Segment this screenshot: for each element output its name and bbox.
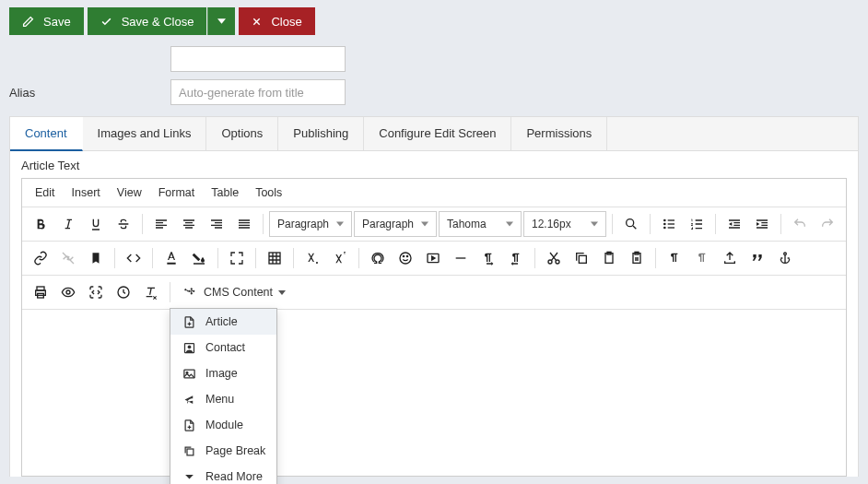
underline-button[interactable] xyxy=(83,211,109,237)
svg-point-16 xyxy=(784,253,787,255)
anchor-button[interactable] xyxy=(772,245,798,271)
background-color-button[interactable] xyxy=(186,245,212,271)
joomla-icon xyxy=(183,285,198,300)
file-plus-icon xyxy=(182,418,196,432)
menu-format[interactable]: Format xyxy=(151,183,203,203)
close-button[interactable]: Close xyxy=(239,7,314,35)
rich-text-editor: Edit Insert View Format Table Tools Para… xyxy=(21,178,847,477)
block-format-select-1[interactable]: Paragraph xyxy=(269,211,352,237)
subscript-button[interactable] xyxy=(299,245,325,271)
align-right-button[interactable] xyxy=(204,211,229,237)
table-button[interactable] xyxy=(262,245,287,271)
show-invisible-button[interactable] xyxy=(689,245,715,271)
edit-icon xyxy=(22,16,34,28)
alias-row: Alias xyxy=(0,76,868,109)
save-close-dropdown-button[interactable] xyxy=(207,7,235,35)
tab-publishing[interactable]: Publishing xyxy=(278,117,364,150)
svg-point-6 xyxy=(403,255,404,256)
media-button[interactable] xyxy=(420,245,446,271)
svg-rect-11 xyxy=(579,255,586,263)
cms-content-dropdown: Article Contact Image Menu Module xyxy=(170,308,277,484)
copy-button[interactable] xyxy=(569,245,594,271)
ltr-button[interactable] xyxy=(475,245,501,271)
block-format-select-2[interactable]: Paragraph xyxy=(354,211,437,237)
code-sample-button[interactable] xyxy=(83,279,109,305)
save-close-button[interactable]: Save & Close xyxy=(88,7,207,35)
outdent-button[interactable] xyxy=(721,211,747,237)
link-button[interactable] xyxy=(28,245,53,271)
paste-button[interactable] xyxy=(596,245,622,271)
clear-format-button[interactable] xyxy=(138,279,164,305)
cms-item-module[interactable]: Module xyxy=(170,412,276,438)
menu-view[interactable]: View xyxy=(110,183,149,203)
datetime-button[interactable] xyxy=(111,279,136,305)
close-label: Close xyxy=(271,15,301,29)
menu-edit[interactable]: Edit xyxy=(28,183,63,203)
image-icon xyxy=(182,366,196,381)
bullet-list-button[interactable] xyxy=(656,211,682,237)
cut-button[interactable] xyxy=(541,245,567,271)
action-toolbar: Save Save & Close Close xyxy=(0,0,868,42)
cms-content-label: CMS Content xyxy=(204,286,273,299)
cms-content-button[interactable]: CMS Content xyxy=(176,281,293,303)
editor-content-area[interactable]: Article Contact Image Menu Module xyxy=(22,310,846,476)
menu-insert[interactable]: Insert xyxy=(65,183,108,203)
rtl-button[interactable] xyxy=(503,245,529,271)
align-center-button[interactable] xyxy=(176,211,202,237)
font-size-select[interactable]: 12.16px xyxy=(523,211,606,237)
undo-button[interactable] xyxy=(787,211,813,237)
text-color-button[interactable] xyxy=(158,245,184,271)
fullscreen-button[interactable] xyxy=(224,245,250,271)
unlink-button[interactable] xyxy=(55,245,81,271)
title-input[interactable] xyxy=(170,46,346,72)
special-char-button[interactable] xyxy=(365,245,391,271)
menu-table[interactable]: Table xyxy=(204,183,246,203)
cms-item-contact[interactable]: Contact xyxy=(170,335,276,360)
svg-point-2 xyxy=(663,223,666,226)
main-panel: Content Images and Links Options Publish… xyxy=(9,116,859,477)
superscript-button[interactable] xyxy=(327,245,353,271)
title-row xyxy=(0,42,868,76)
paste-text-button[interactable] xyxy=(624,245,650,271)
align-left-button[interactable] xyxy=(148,211,174,237)
tab-images-links[interactable]: Images and Links xyxy=(83,117,207,150)
bookmark-button[interactable] xyxy=(83,245,109,271)
cms-item-read-more[interactable]: Read More xyxy=(170,464,276,484)
align-justify-button[interactable] xyxy=(231,211,257,237)
svg-point-3 xyxy=(663,227,666,230)
indent-button[interactable] xyxy=(749,211,775,237)
editor-toolbar-row-1: Paragraph Paragraph Tahoma 12.16px xyxy=(22,207,846,242)
tab-configure[interactable]: Configure Edit Screen xyxy=(364,117,511,150)
svg-point-5 xyxy=(400,253,411,264)
cms-item-article[interactable]: Article xyxy=(170,309,276,335)
alias-input[interactable] xyxy=(170,79,346,105)
cms-item-menu[interactable]: Menu xyxy=(170,386,276,412)
italic-button[interactable] xyxy=(55,211,81,237)
menu-tools[interactable]: Tools xyxy=(248,183,289,203)
show-blocks-button[interactable] xyxy=(662,245,687,271)
emoji-button[interactable] xyxy=(393,245,418,271)
save-button[interactable]: Save xyxy=(9,7,84,35)
svg-rect-4 xyxy=(269,253,280,264)
font-family-select[interactable]: Tahoma xyxy=(439,211,522,237)
bold-button[interactable] xyxy=(28,211,53,237)
cms-item-image[interactable]: Image xyxy=(170,360,276,386)
tab-options[interactable]: Options xyxy=(206,117,278,150)
search-button[interactable] xyxy=(618,211,644,237)
horizontal-rule-button[interactable] xyxy=(448,245,474,271)
save-close-label: Save & Close xyxy=(122,15,194,29)
blockquote-button[interactable] xyxy=(745,245,770,271)
numbered-list-button[interactable] xyxy=(684,211,710,237)
source-code-button[interactable] xyxy=(121,245,147,271)
upload-button[interactable] xyxy=(717,245,743,271)
tab-content[interactable]: Content xyxy=(10,117,83,151)
tab-permissions[interactable]: Permissions xyxy=(511,117,607,150)
svg-point-0 xyxy=(627,219,634,227)
cms-item-page-break[interactable]: Page Break xyxy=(170,438,276,464)
strikethrough-button[interactable] xyxy=(111,211,136,237)
caret-down-icon xyxy=(278,290,286,295)
preview-button[interactable] xyxy=(55,279,81,305)
print-button[interactable] xyxy=(28,279,53,305)
caret-down-icon xyxy=(217,18,226,24)
redo-button[interactable] xyxy=(815,211,840,237)
